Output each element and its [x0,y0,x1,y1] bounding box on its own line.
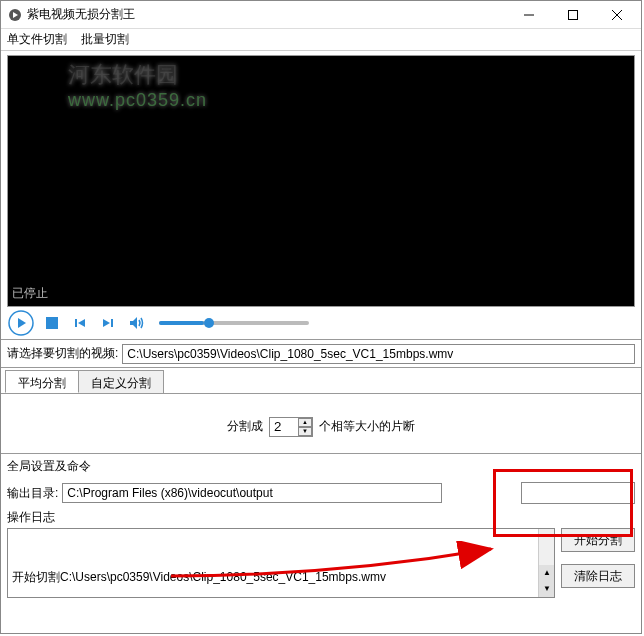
scroll-down-button[interactable]: ▼ [539,581,555,597]
volume-slider[interactable] [159,321,309,325]
menu-single-file[interactable]: 单文件切割 [7,31,67,48]
clear-log-button[interactable]: 清除日志 [561,564,635,588]
output-dir-input[interactable] [62,483,442,503]
maximize-button[interactable] [551,2,595,28]
log-textarea[interactable]: 开始切割C:\Users\pc0359\Videos\Clip_1080_5se… [7,528,555,598]
tab-custom-split[interactable]: 自定义分割 [78,370,164,393]
stop-button[interactable] [41,312,63,334]
split-prefix-label: 分割成 [227,418,263,435]
svg-rect-2 [569,10,578,19]
playback-status: 已停止 [12,285,48,302]
window-title: 紫电视频无损分割王 [27,6,507,23]
spin-up-button[interactable]: ▲ [298,418,312,427]
play-button[interactable] [7,309,35,337]
prev-button[interactable] [69,312,91,334]
watermark: 河东软件园 www.pc0359.cn [68,60,207,111]
menu-batch[interactable]: 批量切割 [81,31,129,48]
log-label: 操作日志 [7,509,635,526]
video-preview: 河东软件园 www.pc0359.cn 已停止 [7,55,635,307]
global-settings-header: 全局设置及命令 [1,453,641,479]
minimize-button[interactable] [507,2,551,28]
svg-rect-6 [46,317,58,329]
close-button[interactable] [595,2,639,28]
file-select-label: 请选择要切割的视频: [7,345,118,362]
split-suffix-label: 个相等大小的片断 [319,418,415,435]
spin-down-button[interactable]: ▼ [298,427,312,436]
tab-average-split[interactable]: 平均分割 [5,370,79,393]
secondary-output-input[interactable] [521,482,635,504]
next-button[interactable] [97,312,119,334]
output-dir-label: 输出目录: [7,485,58,502]
start-split-button[interactable]: 开始分割 [561,528,635,552]
file-path-input[interactable] [122,344,635,364]
app-icon [7,7,23,23]
scroll-up-button[interactable]: ▲ [539,565,555,581]
volume-icon[interactable] [125,312,147,334]
log-scrollbar[interactable]: ▲ ▼ [538,529,554,597]
